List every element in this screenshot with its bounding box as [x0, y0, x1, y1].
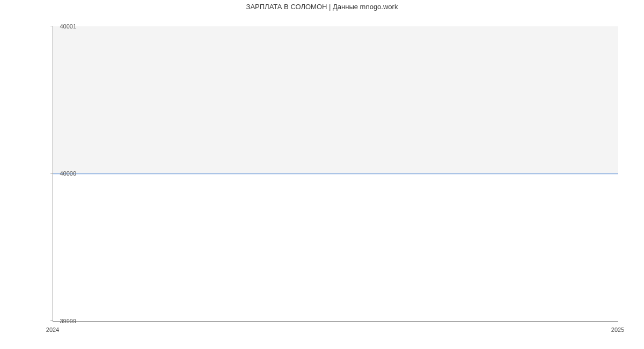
y-axis-tick-label: 40000 — [60, 170, 76, 177]
chart-plot — [53, 26, 618, 321]
x-axis-tick-label: 2024 — [46, 326, 59, 333]
y-axis-tick-label: 40001 — [60, 23, 76, 30]
plot-background-lower — [53, 174, 618, 322]
data-series-line — [53, 173, 618, 174]
plot-background — [53, 26, 618, 322]
y-axis-tick — [50, 321, 53, 321]
y-axis-tick-label: 39999 — [60, 318, 76, 324]
x-axis-tick-label: 2025 — [611, 326, 624, 333]
y-axis-tick — [50, 26, 53, 26]
chart-title: ЗАРПЛАТА В СОЛОМОН | Данные mnogo.work — [0, 0, 644, 11]
y-axis-tick — [50, 173, 53, 173]
